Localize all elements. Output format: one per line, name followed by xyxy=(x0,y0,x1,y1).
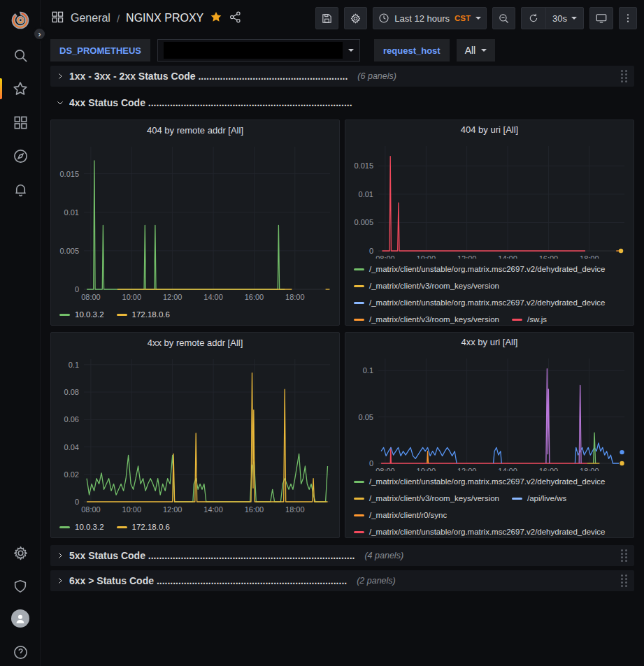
sidebar-expand-button[interactable]: › xyxy=(32,27,47,41)
clock-icon xyxy=(378,13,389,24)
legend-item[interactable]: /_matrix/client/unstable/org.matrix.msc2… xyxy=(354,294,606,311)
panel-404-by-remote-addr: 404 by remote addr [All] 08:0010:0012:00… xyxy=(50,120,340,326)
svg-text:18:00: 18:00 xyxy=(285,505,305,514)
request-host-value: All xyxy=(465,45,476,56)
more-options-kebab-button[interactable] xyxy=(619,7,637,29)
svg-text:12:00: 12:00 xyxy=(163,505,183,514)
nav-sidebar xyxy=(0,0,41,666)
svg-text:0: 0 xyxy=(369,459,373,468)
row-drag-handle[interactable] xyxy=(620,548,629,563)
panel-title[interactable]: 4xx by remote addr [All] xyxy=(51,333,339,352)
legend-item[interactable]: /_matrix/client/v3/room_keys/version xyxy=(354,490,499,507)
row-1xx-3xx-2xx[interactable]: 1xx - 3xx - 2xx Status Code ............… xyxy=(50,66,634,87)
row-drag-handle[interactable] xyxy=(620,573,629,588)
help-icon[interactable] xyxy=(0,640,41,664)
refresh-interval-select[interactable]: 30s xyxy=(545,8,583,29)
legend-item[interactable]: 172.18.0.6 xyxy=(117,518,170,536)
explore-compass-icon[interactable] xyxy=(0,144,41,168)
legend-item[interactable]: 10.0.3.2 xyxy=(59,518,104,536)
user-avatar[interactable] xyxy=(0,607,41,630)
legend-swatch xyxy=(59,526,70,528)
legend-swatch xyxy=(354,514,364,516)
chevron-right-icon xyxy=(56,577,64,585)
legend-swatch xyxy=(354,302,364,304)
svg-text:18:00: 18:00 xyxy=(580,254,599,259)
favorite-star-icon[interactable] xyxy=(210,10,222,26)
panel-title[interactable]: 404 by remote addr [All] xyxy=(51,120,339,140)
chevron-down-icon xyxy=(348,49,354,52)
breadcrumb: General / NGINX PROXY xyxy=(50,10,242,27)
svg-text:0.015: 0.015 xyxy=(59,170,79,178)
configuration-gear-icon[interactable] xyxy=(0,541,41,565)
svg-text:16:00: 16:00 xyxy=(539,254,559,259)
legend-swatch xyxy=(117,526,127,528)
share-icon[interactable] xyxy=(229,10,242,27)
panel-title[interactable]: 4xx by uri [All] xyxy=(345,333,634,352)
legend-item[interactable]: /_matrix/client/v3/room_keys/version xyxy=(354,277,499,294)
request-host-variable-select[interactable]: All xyxy=(457,39,496,61)
row-6xx[interactable]: 6xx > Status Code ......................… xyxy=(50,570,634,591)
legend-swatch xyxy=(354,285,364,287)
legend-item[interactable]: /_matrix/client/unstable/org.matrix.msc2… xyxy=(354,523,606,537)
timeseries-chart[interactable]: 08:0010:0012:0014:0016:0018:0000.020.040… xyxy=(53,352,337,516)
legend-swatch xyxy=(354,319,364,321)
legend-item[interactable]: /_matrix/client/v3/room_keys/version xyxy=(354,311,499,325)
row-title-dots: ........................................… xyxy=(148,550,355,561)
dashboards-icon[interactable] xyxy=(0,110,41,134)
legend-item[interactable]: /_matrix/client/unstable/org.matrix.msc2… xyxy=(354,261,606,277)
zoom-out-time-button[interactable] xyxy=(492,7,515,29)
legend-item[interactable]: 10.0.3.2 xyxy=(59,305,104,324)
legend-item[interactable]: 172.18.0.6 xyxy=(117,305,170,324)
row-5xx[interactable]: 5xx Status Code ........................… xyxy=(50,545,634,566)
panels-grid: 404 by remote addr [All] 08:0010:0012:00… xyxy=(50,120,634,538)
legend-label: /_matrix/client/v3/room_keys/version xyxy=(369,282,499,290)
svg-text:12:00: 12:00 xyxy=(457,254,477,259)
svg-text:14:00: 14:00 xyxy=(203,505,223,514)
breadcrumb-folder[interactable]: General xyxy=(71,12,110,24)
legend-label: 10.0.3.2 xyxy=(75,523,104,531)
legend-swatch xyxy=(59,314,70,316)
svg-text:0: 0 xyxy=(75,498,79,506)
row-panel-count: (4 panels) xyxy=(364,551,403,560)
request-host-variable-label[interactable]: request_host xyxy=(374,39,450,61)
svg-text:08:00: 08:00 xyxy=(81,505,101,514)
legend-item[interactable]: /sw.js xyxy=(512,311,547,325)
timeseries-chart[interactable]: 08:0010:0012:0014:0016:0018:0000.0050.01… xyxy=(348,139,631,259)
legend-label: /_matrix/client/unstable/org.matrix.msc2… xyxy=(369,528,606,536)
legend-item[interactable]: /_matrix/client/unstable/org.matrix.msc2… xyxy=(354,473,606,490)
timeseries-chart[interactable]: 08:0010:0012:0014:0016:0018:0000.0050.01… xyxy=(53,140,337,303)
chevron-right-icon xyxy=(56,72,64,80)
svg-text:08:00: 08:00 xyxy=(375,254,395,259)
save-dashboard-button[interactable] xyxy=(315,7,338,29)
legend-label: /_matrix/client/v3/room_keys/version xyxy=(369,315,499,324)
legend: /_matrix/client/unstable/org.matrix.msc2… xyxy=(345,259,634,325)
template-variables-row: DS_PROMETHEUS request_host All xyxy=(41,36,644,64)
svg-text:16:00: 16:00 xyxy=(245,505,264,514)
row-drag-handle[interactable] xyxy=(620,68,629,84)
tv-mode-button[interactable] xyxy=(589,7,613,29)
timeseries-chart[interactable]: 08:0010:0012:0014:0016:0018:0000.050.1 xyxy=(348,352,631,472)
time-range-picker[interactable]: Last 12 hours CST xyxy=(373,7,487,29)
refresh-button[interactable] xyxy=(522,8,545,29)
dashboard-settings-button[interactable] xyxy=(344,7,367,29)
panel-title[interactable]: 404 by uri [All] xyxy=(345,120,634,139)
legend-label: /_matrix/client/v3/room_keys/version xyxy=(369,494,499,502)
datasource-variable-select[interactable] xyxy=(157,39,360,61)
dashboard-toolbar: Last 12 hours CST 30s xyxy=(315,7,637,29)
legend-swatch xyxy=(354,498,364,500)
starred-dashboards-icon[interactable] xyxy=(0,77,41,101)
datasource-variable-label[interactable]: DS_PROMETHEUS xyxy=(50,39,150,61)
time-range-label: Last 12 hours xyxy=(394,13,450,24)
chevron-down-icon xyxy=(475,17,481,20)
row-4xx[interactable]: 4xx Status Code ........................… xyxy=(50,92,634,113)
refresh-control: 30s xyxy=(521,7,584,29)
legend-item[interactable]: /_matrix/client/r0/sync xyxy=(354,507,447,523)
legend-label: /api/live/ws xyxy=(527,494,566,502)
alerting-bell-icon[interactable] xyxy=(0,178,41,201)
server-admin-shield-icon[interactable] xyxy=(0,574,41,598)
legend-label: /_matrix/client/r0/sync xyxy=(369,511,447,519)
legend-item[interactable]: /api/live/ws xyxy=(512,490,566,507)
search-icon[interactable] xyxy=(0,43,41,67)
breadcrumb-dashboard-title[interactable]: NGINX PROXY xyxy=(126,12,203,24)
legend-label: /sw.js xyxy=(527,315,547,324)
